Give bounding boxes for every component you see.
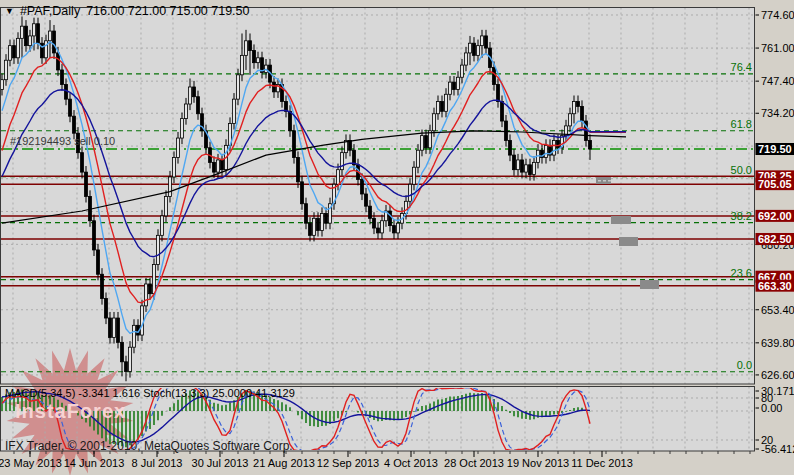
svg-text:653.40: 653.40: [761, 304, 794, 316]
svg-text:50.0: 50.0: [731, 164, 752, 176]
svg-text:38.2: 38.2: [731, 210, 752, 222]
indicator-axis: 30.171800.0020-56.412: [756, 385, 794, 455]
svg-text:0.0: 0.0: [737, 359, 752, 371]
candlestick-chart-canvas[interactable]: 774.60761.00747.40734.20680.20653.40639.…: [0, 0, 794, 475]
svg-text:-56.412: -56.412: [761, 443, 794, 455]
svg-text:21 Aug 2013: 21 Aug 2013: [253, 457, 315, 469]
svg-text:734.20: 734.20: [761, 107, 794, 119]
svg-text:4 Oct 2013: 4 Oct 2013: [384, 457, 438, 469]
svg-text:692.00: 692.00: [758, 210, 792, 222]
svg-text:761.00: 761.00: [761, 42, 794, 54]
svg-text:663.30: 663.30: [758, 280, 792, 292]
svg-text:23 May 2013: 23 May 2013: [0, 457, 62, 469]
svg-text:14 Jun 2013: 14 Jun 2013: [64, 457, 125, 469]
svg-text:626.60: 626.60: [761, 369, 794, 381]
svg-text:23.6: 23.6: [731, 267, 752, 279]
svg-text:30 Jul 2013: 30 Jul 2013: [192, 457, 249, 469]
price-axis: 774.60761.00747.40734.20680.20653.40639.…: [756, 9, 794, 381]
svg-text:12 Sep 2013: 12 Sep 2013: [317, 457, 379, 469]
svg-text:0.00: 0.00: [761, 402, 782, 414]
svg-text:682.50: 682.50: [758, 233, 792, 245]
svg-text:61.8: 61.8: [731, 118, 752, 130]
svg-text:76.4: 76.4: [731, 61, 752, 73]
svg-text:8 Jul 2013: 8 Jul 2013: [132, 457, 183, 469]
svg-text:705.05: 705.05: [758, 178, 792, 190]
svg-text:11 Dec 2013: 11 Dec 2013: [571, 457, 633, 469]
svg-text:28 Oct 2013: 28 Oct 2013: [444, 457, 504, 469]
date-axis: 23 May 201314 Jun 20138 Jul 201330 Jul 2…: [0, 451, 750, 469]
svg-text:639.80: 639.80: [761, 337, 794, 349]
svg-text:719.50: 719.50: [758, 143, 792, 155]
price-badges: 708.25705.05692.00682.50667.00663.30719.…: [756, 143, 794, 292]
chart-window: 774.60761.00747.40734.20680.20653.40639.…: [0, 0, 794, 475]
svg-text:747.40: 747.40: [761, 75, 794, 87]
svg-text:774.60: 774.60: [761, 9, 794, 21]
svg-text:19 Nov 2013: 19 Nov 2013: [507, 457, 569, 469]
